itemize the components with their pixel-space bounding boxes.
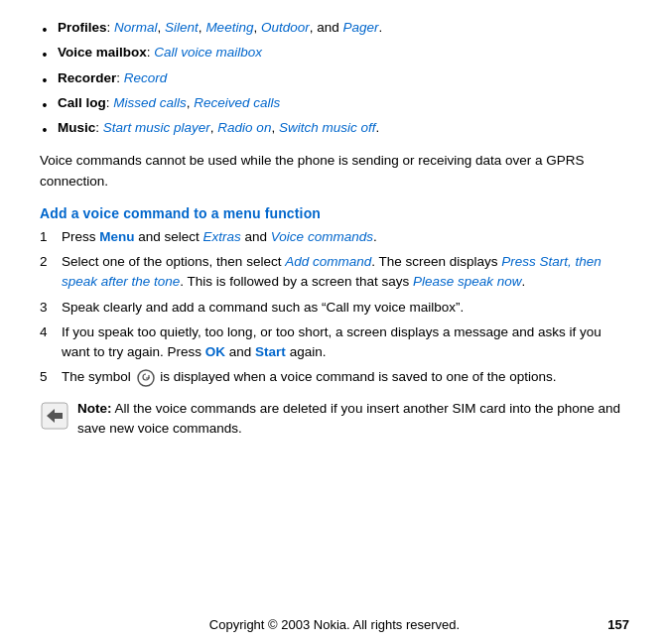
item-link: Call voice mailbox <box>154 45 262 60</box>
footer-copyright: Copyright © 2003 Nokia. All rights reser… <box>0 617 669 632</box>
item-link: Pager <box>342 20 378 35</box>
step-3: 3 Speak clearly and add a command such a… <box>40 298 629 318</box>
bullet-dot <box>40 20 50 41</box>
item-link: Start music player <box>103 120 210 135</box>
item-label: Voice mailbox <box>58 45 147 60</box>
item-link: Silent <box>165 20 199 35</box>
item-link: Radio on <box>217 120 271 135</box>
voice-command-icon <box>137 369 155 387</box>
list-item: Profiles: Normal, Silent, Meeting, Outdo… <box>40 18 629 41</box>
ok-link: OK <box>205 344 225 359</box>
item-label: Recorder <box>58 70 116 85</box>
bullet-dot <box>40 95 50 116</box>
step-2: 2 Select one of the options, then select… <box>40 252 629 293</box>
step-content: Select one of the options, then select A… <box>62 252 629 293</box>
note-icon <box>40 401 69 431</box>
bullet-list: Profiles: Normal, Silent, Meeting, Outdo… <box>40 18 629 143</box>
note-label: Note: <box>77 401 112 416</box>
note-body: All the voice commands are deleted if yo… <box>77 401 620 436</box>
item-link: Received calls <box>194 95 280 110</box>
start-link: Start <box>255 344 286 359</box>
item-link: Switch music off <box>279 120 376 135</box>
page-number: 157 <box>607 617 629 632</box>
step-content: Speak clearly and add a command such as … <box>62 298 629 318</box>
please-speak-link: Please speak now <box>413 274 522 289</box>
item-link: Record <box>124 70 168 85</box>
section-heading: Add a voice command to a menu function <box>40 205 629 221</box>
voice-commands-link: Voice commands <box>271 229 373 244</box>
step-5: 5 The symbol is displayed when a voice c… <box>40 367 629 387</box>
step-content: The symbol is displayed when a voice com… <box>62 367 629 387</box>
list-item-content: Call log: Missed calls, Received calls <box>58 93 280 113</box>
menu-link: Menu <box>99 229 134 244</box>
step-content: Press Menu and select Extras and Voice c… <box>62 227 629 247</box>
list-item-content: Recorder: Record <box>58 68 167 88</box>
bullet-dot <box>40 45 50 65</box>
voice-warning: Voice commands cannot be used while the … <box>40 151 629 192</box>
list-item-content: Voice mailbox: Call voice mailbox <box>58 43 262 63</box>
step-number: 3 <box>40 298 62 318</box>
bullet-dot <box>40 70 50 91</box>
item-link: Normal <box>114 20 158 35</box>
step-content: If you speak too quietly, too long, or t… <box>62 322 629 363</box>
bullet-dot <box>40 120 50 141</box>
item-label: Music <box>58 120 95 135</box>
numbered-list: 1 Press Menu and select Extras and Voice… <box>40 227 629 393</box>
step-4: 4 If you speak too quietly, too long, or… <box>40 322 629 363</box>
step-number: 1 <box>40 227 62 247</box>
item-link: Meeting <box>205 20 253 35</box>
list-item: Music: Start music player, Radio on, Swi… <box>40 118 629 141</box>
list-item: Voice mailbox: Call voice mailbox <box>40 43 629 65</box>
item-link: Outdoor <box>261 20 310 35</box>
note-text: Note: All the voice commands are deleted… <box>77 399 629 440</box>
add-command-link: Add command <box>285 254 371 269</box>
item-label: Profiles <box>58 20 107 35</box>
page-content: Profiles: Normal, Silent, Meeting, Outdo… <box>0 0 669 644</box>
list-item-content: Music: Start music player, Radio on, Swi… <box>58 118 379 138</box>
list-item: Call log: Missed calls, Received calls <box>40 93 629 116</box>
list-item-content: Profiles: Normal, Silent, Meeting, Outdo… <box>58 18 382 38</box>
step-1: 1 Press Menu and select Extras and Voice… <box>40 227 629 247</box>
step-number: 5 <box>40 367 62 387</box>
extras-link: Extras <box>203 229 241 244</box>
step-number: 2 <box>40 252 62 272</box>
step-number: 4 <box>40 322 62 342</box>
note-box: Note: All the voice commands are deleted… <box>40 399 629 440</box>
item-link: Missed calls <box>113 95 187 110</box>
list-item: Recorder: Record <box>40 68 629 91</box>
item-label: Call log <box>58 95 106 110</box>
